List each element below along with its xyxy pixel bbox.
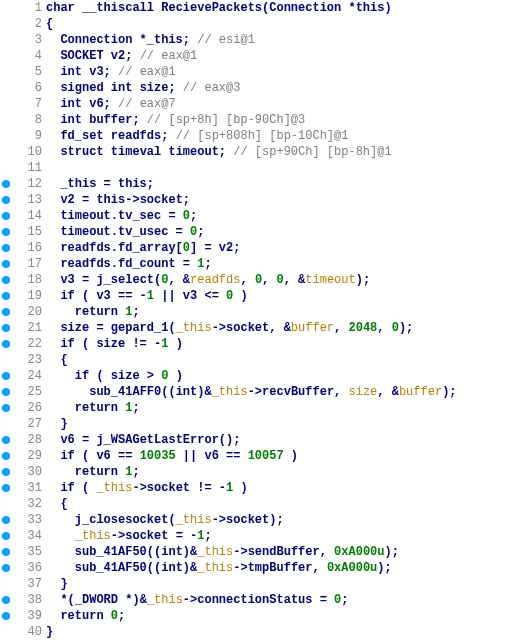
- breakpoint-cell[interactable]: [0, 384, 12, 400]
- breakpoint-icon: [2, 260, 10, 268]
- code-line[interactable]: if ( _this->socket != -1 ): [46, 480, 457, 496]
- breakpoint-icon: [2, 276, 10, 284]
- breakpoint-cell[interactable]: [0, 496, 12, 512]
- code-line[interactable]: if ( size != -1 ): [46, 336, 457, 352]
- breakpoint-cell[interactable]: [0, 128, 12, 144]
- code-line[interactable]: int v6; // eax@7: [46, 96, 457, 112]
- breakpoint-cell[interactable]: [0, 480, 12, 496]
- code-line[interactable]: j_closesocket(_this->socket);: [46, 512, 457, 528]
- breakpoint-cell[interactable]: [0, 624, 12, 640]
- code-line[interactable]: _this = this;: [46, 176, 457, 192]
- code-line[interactable]: SOCKET v2; // eax@1: [46, 48, 457, 64]
- code-line[interactable]: size = gepard_1(_this->socket, &buffer, …: [46, 320, 457, 336]
- breakpoint-cell[interactable]: [0, 432, 12, 448]
- line-number: 38: [12, 592, 42, 608]
- breakpoint-cell[interactable]: [0, 48, 12, 64]
- breakpoint-cell[interactable]: [0, 208, 12, 224]
- breakpoint-cell[interactable]: [0, 304, 12, 320]
- breakpoint-cell[interactable]: [0, 544, 12, 560]
- breakpoint-cell[interactable]: [0, 240, 12, 256]
- breakpoint-cell[interactable]: [0, 32, 12, 48]
- code-line[interactable]: return 1;: [46, 304, 457, 320]
- breakpoint-cell[interactable]: [0, 192, 12, 208]
- breakpoint-cell[interactable]: [0, 160, 12, 176]
- line-number: 14: [12, 208, 42, 224]
- code-line[interactable]: v6 = j_WSAGetLastError();: [46, 432, 457, 448]
- breakpoint-cell[interactable]: [0, 528, 12, 544]
- line-number: 33: [12, 512, 42, 528]
- code-line[interactable]: v2 = this->socket;: [46, 192, 457, 208]
- code-line[interactable]: signed int size; // eax@3: [46, 80, 457, 96]
- breakpoint-cell[interactable]: [0, 16, 12, 32]
- code-line[interactable]: return 1;: [46, 464, 457, 480]
- line-number: 4: [12, 48, 42, 64]
- code-line[interactable]: sub_41AFF0((int)&_this->recvBuffer, size…: [46, 384, 457, 400]
- breakpoint-icon: [2, 228, 10, 236]
- code-line[interactable]: }: [46, 624, 457, 640]
- code-line[interactable]: {: [46, 496, 457, 512]
- breakpoint-icon: [2, 516, 10, 524]
- breakpoint-cell[interactable]: [0, 368, 12, 384]
- breakpoint-cell[interactable]: [0, 576, 12, 592]
- breakpoint-cell[interactable]: [0, 608, 12, 624]
- code-line[interactable]: Connection *_this; // esi@1: [46, 32, 457, 48]
- code-line[interactable]: fd_set readfds; // [sp+808h] [bp-10Ch]@1: [46, 128, 457, 144]
- breakpoint-cell[interactable]: [0, 560, 12, 576]
- code-line[interactable]: }: [46, 576, 457, 592]
- code-line[interactable]: {: [46, 16, 457, 32]
- breakpoint-icon: [2, 564, 10, 572]
- code-line[interactable]: {: [46, 352, 457, 368]
- code-line[interactable]: readfds.fd_count = 1;: [46, 256, 457, 272]
- breakpoint-cell[interactable]: [0, 224, 12, 240]
- line-number: 15: [12, 224, 42, 240]
- breakpoint-cell[interactable]: [0, 272, 12, 288]
- code-line[interactable]: if ( size > 0 ): [46, 368, 457, 384]
- breakpoint-cell[interactable]: [0, 0, 12, 16]
- line-number: 8: [12, 112, 42, 128]
- breakpoint-cell[interactable]: [0, 96, 12, 112]
- breakpoint-cell[interactable]: [0, 320, 12, 336]
- code-line[interactable]: [46, 160, 457, 176]
- breakpoint-cell[interactable]: [0, 256, 12, 272]
- breakpoint-cell[interactable]: [0, 112, 12, 128]
- breakpoint-cell[interactable]: [0, 288, 12, 304]
- line-number: 9: [12, 128, 42, 144]
- code-line[interactable]: readfds.fd_array[0] = v2;: [46, 240, 457, 256]
- breakpoint-cell[interactable]: [0, 448, 12, 464]
- line-number: 36: [12, 560, 42, 576]
- line-number: 1: [12, 0, 42, 16]
- code-line[interactable]: struct timeval timeout; // [sp+90Ch] [bp…: [46, 144, 457, 160]
- code-line[interactable]: sub_41AF50((int)&_this->sendBuffer, 0xA0…: [46, 544, 457, 560]
- code-line[interactable]: }: [46, 416, 457, 432]
- breakpoint-cell[interactable]: [0, 352, 12, 368]
- code-line[interactable]: v3 = j_select(0, &readfds, 0, 0, &timeou…: [46, 272, 457, 288]
- code-line[interactable]: _this->socket = -1;: [46, 528, 457, 544]
- code-line[interactable]: int v3; // eax@1: [46, 64, 457, 80]
- breakpoint-icon: [2, 212, 10, 220]
- code-line[interactable]: *(_DWORD *)&_this->connectionStatus = 0;: [46, 592, 457, 608]
- breakpoint-cell[interactable]: [0, 80, 12, 96]
- code-line[interactable]: int buffer; // [sp+8h] [bp-90Ch]@3: [46, 112, 457, 128]
- code-line[interactable]: timeout.tv_sec = 0;: [46, 208, 457, 224]
- code-line[interactable]: timeout.tv_usec = 0;: [46, 224, 457, 240]
- code-line[interactable]: sub_41AF50((int)&_this->tmpBuffer, 0xA00…: [46, 560, 457, 576]
- breakpoint-cell[interactable]: [0, 176, 12, 192]
- breakpoint-cell[interactable]: [0, 416, 12, 432]
- code-line[interactable]: return 1;: [46, 400, 457, 416]
- breakpoint-cell[interactable]: [0, 512, 12, 528]
- code-line[interactable]: if ( v3 == -1 || v3 <= 0 ): [46, 288, 457, 304]
- line-number-gutter: 1234567891011121314151617181920212223242…: [12, 0, 46, 640]
- breakpoint-icon: [2, 404, 10, 412]
- code-line[interactable]: return 0;: [46, 608, 457, 624]
- breakpoint-cell[interactable]: [0, 592, 12, 608]
- code-line[interactable]: char __thiscall RecievePackets(Connectio…: [46, 0, 457, 16]
- code-line[interactable]: if ( v6 == 10035 || v6 == 10057 ): [46, 448, 457, 464]
- breakpoint-column: [0, 0, 12, 640]
- breakpoint-icon: [2, 292, 10, 300]
- breakpoint-cell[interactable]: [0, 64, 12, 80]
- breakpoint-cell[interactable]: [0, 464, 12, 480]
- breakpoint-cell[interactable]: [0, 144, 12, 160]
- breakpoint-cell[interactable]: [0, 336, 12, 352]
- line-number: 11: [12, 160, 42, 176]
- breakpoint-cell[interactable]: [0, 400, 12, 416]
